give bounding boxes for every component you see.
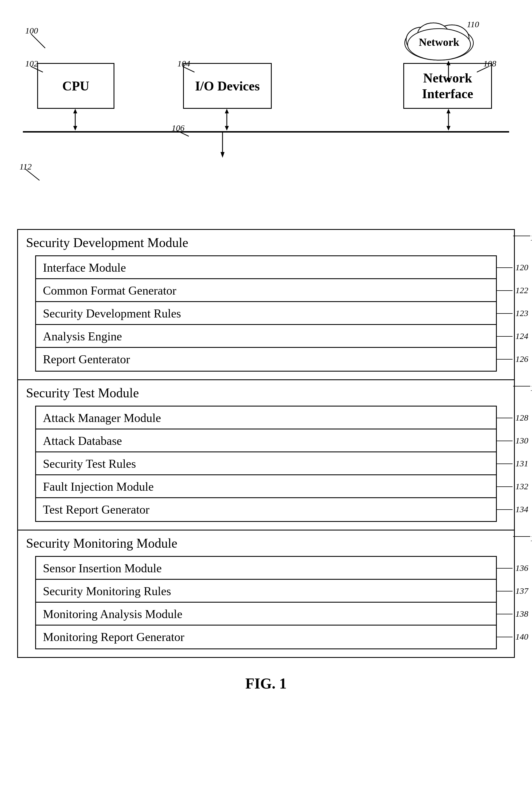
smm-item-1-row: Security Monitoring Rules 137	[35, 579, 497, 603]
svg-text:Network: Network	[419, 36, 459, 48]
stm-item-1-row: Attack Database 130	[35, 429, 497, 452]
ref112-arrow	[25, 169, 42, 183]
sdm-item-1-row: Common Format Generator 122	[35, 278, 497, 302]
sdm-item-4: Report Genterator	[35, 347, 497, 372]
ref120-line	[497, 268, 514, 268]
sdm-title: Security Development Module	[18, 230, 514, 255]
svg-marker-20	[73, 126, 77, 130]
bus-line	[23, 131, 509, 132]
stm-item-4: Test Report Generator	[35, 497, 497, 522]
ref-124: 124	[515, 331, 528, 341]
smm-item-2: Monitoring Analysis Module	[35, 602, 497, 626]
io-label: I/O Devices	[195, 78, 260, 94]
smm-item-3: Monitoring Report Generator	[35, 625, 497, 649]
sdm-item-0: Interface Module	[35, 255, 497, 280]
svg-line-0	[31, 34, 45, 48]
modules-section: 114 Security Development Module Interfac…	[17, 229, 515, 658]
svg-marker-19	[73, 109, 77, 113]
ref-140: 140	[515, 632, 528, 641]
ref140-line	[497, 637, 514, 637]
smm-inner-modules: Sensor Insertion Module 136 Security Mon…	[35, 556, 497, 649]
stm-item-2-row: Security Test Rules 131	[35, 452, 497, 475]
ref134-line	[497, 509, 514, 510]
cpu-label: CPU	[62, 78, 89, 94]
ref118-line	[513, 536, 532, 537]
ref-137: 137	[515, 586, 528, 596]
svg-marker-22	[225, 109, 229, 113]
stm-inner-modules: Attack Manager Module 128 Attack Databas…	[35, 406, 497, 521]
sdm-item-2-row: Security Development Rules 123	[35, 301, 497, 325]
sdm-item-0-row: Interface Module 120	[35, 255, 497, 279]
smm-item-3-row: Monitoring Report Generator 140	[35, 625, 497, 649]
stm-item-3: Fault Injection Module	[35, 474, 497, 499]
ref128-line	[497, 418, 514, 418]
sdm-item-1: Common Format Generator	[35, 278, 497, 303]
ref131-line	[497, 463, 514, 464]
io-box: I/O Devices	[183, 63, 272, 109]
bus-to-modules-arrow	[218, 132, 227, 158]
svg-marker-31	[220, 152, 224, 158]
ref-114: 114	[530, 233, 532, 243]
ref-138: 138	[515, 609, 528, 619]
ref116-line	[513, 386, 532, 386]
cpu-box: CPU	[37, 63, 114, 109]
ref-126: 126	[515, 354, 528, 364]
smm-item-1: Security Monitoring Rules	[35, 579, 497, 604]
ref114-line	[513, 236, 532, 236]
ref-120: 120	[515, 262, 528, 272]
ref-122: 122	[515, 285, 528, 295]
ref-123: 123	[515, 308, 528, 318]
ref137-line	[497, 591, 514, 591]
ref-130: 130	[515, 436, 528, 446]
stm-item-1: Attack Database	[35, 429, 497, 453]
ref132-line	[497, 486, 514, 487]
ref-132: 132	[515, 482, 528, 491]
smm-item-0-row: Sensor Insertion Module 136	[35, 556, 497, 580]
ref126-line	[497, 359, 514, 360]
ref136-line	[497, 568, 514, 568]
ref138-line	[497, 614, 514, 614]
ref100-arrow	[31, 34, 48, 51]
ref122-line	[497, 290, 514, 291]
figure-caption: FIG. 1	[0, 675, 532, 703]
ref-110: 110	[467, 20, 479, 29]
smm-title: Security Monitoring Module	[18, 531, 514, 556]
stm-item-0: Attack Manager Module	[35, 406, 497, 430]
ni-bus-arrow	[444, 108, 453, 131]
ref123-line	[497, 313, 514, 314]
stm-item-0-row: Attack Manager Module 128	[35, 406, 497, 429]
ref-131: 131	[515, 459, 528, 469]
ref130-line	[497, 440, 514, 441]
smm-item-2-row: Monitoring Analysis Module 138	[35, 602, 497, 626]
ref-128: 128	[515, 413, 528, 423]
svg-marker-28	[447, 61, 451, 65]
diagram-container: 100 102 CPU 104 I/O Devices 106	[0, 0, 532, 732]
sdm-item-4-row: Report Genterator 126	[35, 347, 497, 371]
ref-134: 134	[515, 504, 528, 514]
sdm-section: Security Development Module Interface Mo…	[18, 230, 514, 380]
sdm-item-3-row: Analysis Engine 124	[35, 324, 497, 348]
svg-marker-25	[447, 109, 451, 113]
smm-section: 118 Security Monitoring Module Sensor In…	[18, 531, 514, 649]
stm-item-2: Security Test Rules	[35, 452, 497, 476]
ref-118: 118	[530, 533, 532, 543]
stm-title: Security Test Module	[18, 380, 514, 406]
net-ni-arrow	[444, 60, 453, 83]
ref124-line	[497, 336, 514, 337]
io-bus-arrow	[222, 108, 231, 131]
sdm-item-2: Security Development Rules	[35, 301, 497, 326]
svg-marker-29	[447, 78, 451, 82]
cpu-bus-arrow	[71, 108, 80, 131]
stm-item-4-row: Test Report Generator 134	[35, 497, 497, 521]
sdm-inner-modules: Interface Module 120 Common Format Gener…	[35, 255, 497, 371]
smm-item-0: Sensor Insertion Module	[35, 556, 497, 581]
ref-136: 136	[515, 563, 528, 573]
sdm-item-3: Analysis Engine	[35, 324, 497, 349]
svg-line-32	[25, 169, 39, 180]
stm-section: 116 Security Test Module Attack Manager …	[18, 380, 514, 531]
ref-116: 116	[530, 383, 532, 393]
svg-marker-23	[225, 126, 229, 130]
svg-marker-26	[447, 126, 451, 130]
outer-module-box: 114 Security Development Module Interfac…	[17, 229, 515, 658]
stm-item-3-row: Fault Injection Module 132	[35, 474, 497, 498]
